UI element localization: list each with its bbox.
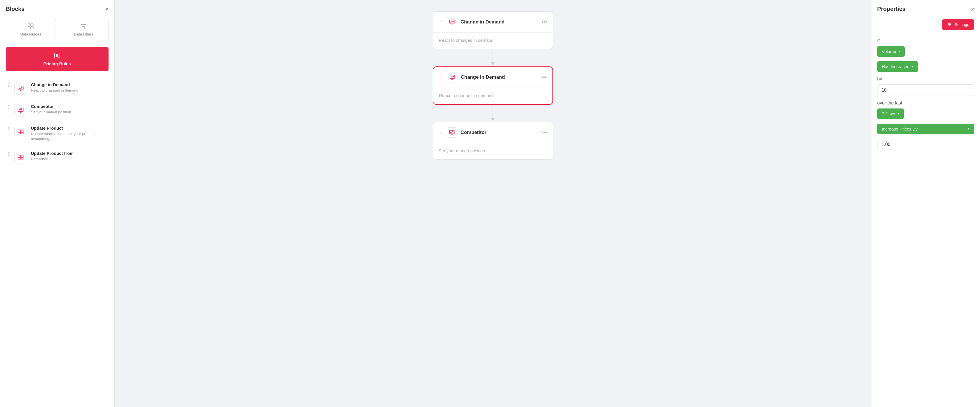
settings-sliders-icon <box>947 22 952 27</box>
update-product-from-icon <box>18 154 24 160</box>
node-1-title: Change in Demand <box>460 19 538 25</box>
seven-days-label: 7 Days <box>882 111 895 116</box>
node-3-menu-button[interactable]: ••• <box>541 130 547 136</box>
svg-rect-28 <box>21 158 23 159</box>
block-name-update-product: Update Product <box>31 126 106 130</box>
volume-dropdown[interactable]: Volume ▾ <box>877 46 905 57</box>
node-drag-handle-1 <box>439 19 443 25</box>
node-3-title: Competitor <box>460 130 538 135</box>
flow-node-3[interactable]: Competitor ••• Set your market position <box>433 122 553 160</box>
prop-over-the-last-section: over the last 7 Days ▾ <box>877 100 974 119</box>
price-value-input[interactable] <box>877 139 974 150</box>
block-name-update-product-from: Update Product from <box>31 151 106 156</box>
node-drag-handle-2 <box>439 75 444 80</box>
flow-arrow-1 <box>491 49 495 67</box>
pricing-rules-label: Pricing Rules <box>43 61 71 66</box>
list-item[interactable]: Competitor Set your market position <box>6 100 108 121</box>
volume-chevron: ▾ <box>898 49 900 53</box>
increase-prices-label: Increase Prices By <box>882 127 918 131</box>
svg-rect-3 <box>31 27 33 29</box>
seven-days-dropdown[interactable]: 7 Days ▾ <box>877 108 904 119</box>
by-input[interactable] <box>877 84 974 96</box>
svg-point-9 <box>84 27 85 29</box>
has-increased-chevron: ▾ <box>912 65 913 68</box>
flow-node-1[interactable]: Change in Demand ••• React to changes in… <box>433 11 553 49</box>
flow-node-2[interactable]: Change in Demand ••• React to changes in… <box>433 67 553 105</box>
list-item[interactable]: Update Product Update information about … <box>6 122 108 146</box>
block-info-demand: Change in Demand React to changes in dem… <box>31 82 106 93</box>
block-name-demand: Change in Demand <box>31 82 106 87</box>
node-2-header: Change in Demand ••• <box>433 67 552 88</box>
increase-prices-chevron: ▾ <box>968 127 970 131</box>
settings-button[interactable]: Settings <box>942 19 974 30</box>
list-item[interactable]: Update Product from Reference... <box>6 147 108 167</box>
svg-rect-22 <box>21 130 23 132</box>
svg-rect-0 <box>28 24 30 26</box>
svg-point-60 <box>948 23 950 24</box>
svg-rect-14 <box>18 86 23 90</box>
svg-point-52 <box>442 133 442 134</box>
prop-condition-section: Has Increased ▾ <box>877 61 974 72</box>
drag-handle-1 <box>8 82 10 87</box>
block-desc-competitor: Set your market position <box>31 110 106 115</box>
drag-handle-4 <box>8 151 10 156</box>
node-icon-2 <box>447 72 457 83</box>
pricing-rules-button[interactable]: Pricing Rules <box>6 47 108 71</box>
pricing-rules-icon <box>54 52 61 59</box>
svg-rect-2 <box>28 27 30 29</box>
demand-icon <box>18 85 24 92</box>
block-list: Change in Demand React to changes in dem… <box>6 78 108 167</box>
svg-point-40 <box>440 76 441 77</box>
svg-point-8 <box>82 26 83 27</box>
svg-point-41 <box>442 76 443 77</box>
node-2-body: React to changes in demand <box>433 88 552 104</box>
node-1-menu-button[interactable]: ••• <box>541 19 547 25</box>
sidebar: Blocks × Datasources Data Filters <box>0 0 115 407</box>
tab-data-filters[interactable]: Data Filters <box>59 18 109 41</box>
settings-label: Settings <box>955 22 969 27</box>
node-2-title: Change in Demand <box>461 75 538 80</box>
block-icon-update-product-from <box>14 151 27 164</box>
block-info-competitor: Competitor Set your market position <box>31 104 106 115</box>
node-1-body: React to changes in demand <box>433 33 553 49</box>
block-icon-demand <box>14 82 27 95</box>
svg-rect-1 <box>31 24 33 26</box>
prop-increase-prices-section: Increase Prices By ▾ <box>877 124 974 134</box>
svg-point-61 <box>950 24 951 25</box>
node-2-menu-button[interactable]: ••• <box>541 75 547 80</box>
node-drag-handle-3 <box>439 130 443 135</box>
list-item[interactable]: Change in Demand React to changes in dem… <box>6 78 108 99</box>
has-increased-dropdown[interactable]: Has Increased ▾ <box>877 61 918 72</box>
sidebar-header: Blocks × <box>6 6 108 12</box>
svg-rect-26 <box>21 155 23 157</box>
svg-point-7 <box>83 24 84 25</box>
tab-datasources[interactable]: Datasources <box>6 18 56 41</box>
flow-arrow-2 <box>491 105 495 122</box>
increase-prices-dropdown[interactable]: Increase Prices By ▾ <box>877 124 974 134</box>
svg-point-42 <box>440 78 441 78</box>
svg-rect-44 <box>450 75 455 79</box>
properties-title: Properties <box>877 6 905 12</box>
sidebar-title: Blocks <box>6 6 25 12</box>
svg-point-43 <box>442 78 443 78</box>
update-product-icon <box>18 129 24 135</box>
svg-point-50 <box>442 132 442 132</box>
tab-datasources-label: Datasources <box>20 32 41 37</box>
block-name-competitor: Competitor <box>31 104 106 109</box>
has-increased-label: Has Increased <box>882 64 910 69</box>
properties-close-button[interactable]: × <box>971 6 974 12</box>
block-desc-update-product-from: Reference... <box>31 157 106 162</box>
properties-header: Properties × <box>877 6 974 12</box>
svg-point-30 <box>442 20 442 21</box>
block-icon-update-product <box>14 126 27 138</box>
drag-dots-icon <box>439 19 443 24</box>
sidebar-close-button[interactable]: × <box>105 6 108 12</box>
svg-point-48 <box>442 130 442 131</box>
prop-price-value-section <box>877 139 974 150</box>
svg-rect-23 <box>18 132 21 134</box>
svg-point-39 <box>442 75 443 76</box>
svg-rect-24 <box>21 132 23 134</box>
by-label: by <box>877 76 974 81</box>
drag-dots-icon-3 <box>439 130 443 135</box>
if-label: If <box>877 38 974 43</box>
